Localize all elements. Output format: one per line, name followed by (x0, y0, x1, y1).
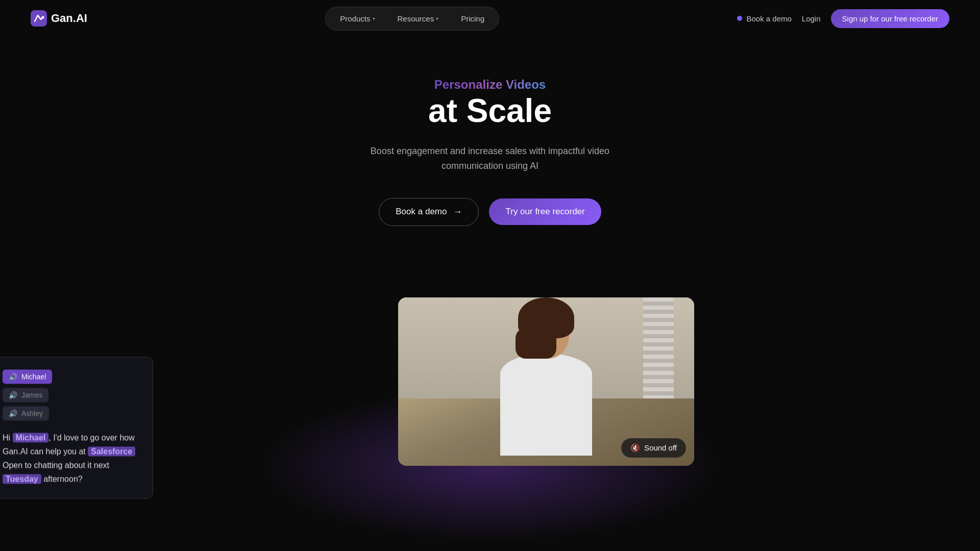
text-end: afternoon? (41, 475, 83, 484)
hero-title-line1: Personalize Videos (0, 78, 980, 92)
navbar: Gan.AI Products ▾ Resources ▾ Pricing Bo… (0, 0, 980, 37)
video-blinds (643, 297, 674, 398)
company-highlight: Salesforce (88, 446, 135, 456)
tab-ashley[interactable]: 🔊 Ashley (3, 406, 49, 420)
personalization-card: 🔊 Michael 🔊 James 🔊 Ashley Hi Michael, I… (0, 357, 153, 499)
resources-label: Resources (398, 14, 434, 23)
book-demo-nav-label: Book a demo (746, 14, 791, 23)
book-demo-button[interactable]: Book a demo → (379, 198, 479, 226)
day-highlight: Tuesday (3, 474, 41, 484)
resources-chevron-icon: ▾ (436, 16, 438, 21)
person-tabs: 🔊 Michael 🔊 James 🔊 Ashley (3, 369, 140, 420)
logo[interactable]: Gan.AI (31, 10, 87, 27)
name-highlight: Michael (13, 433, 49, 442)
arrow-right-icon: → (453, 207, 462, 217)
person-hair (518, 297, 574, 338)
svg-rect-0 (31, 10, 47, 27)
speaker-icon-ashley: 🔊 (9, 409, 17, 417)
person-body (500, 354, 592, 456)
text-before-name: Hi (3, 433, 13, 442)
video-section: 🔊 Michael 🔊 James 🔊 Ashley Hi Michael, I… (0, 297, 980, 502)
sound-off-label: Sound off (644, 443, 677, 452)
try-recorder-button[interactable]: Try our free recorder (489, 198, 601, 225)
nav-resources[interactable]: Resources ▾ (387, 10, 449, 27)
nav-menu: Products ▾ Resources ▾ Pricing (325, 7, 499, 31)
hero-title-line2: at Scale (0, 92, 980, 130)
hero-subtitle: Boost engagement and increase sales with… (0, 144, 980, 173)
logo-text: Gan.AI (51, 12, 87, 25)
pricing-label: Pricing (461, 14, 484, 23)
svg-point-1 (42, 16, 44, 19)
hero-section: Personalize Videos at Scale Boost engage… (0, 37, 980, 297)
tab-james-label: James (21, 391, 42, 399)
tab-michael[interactable]: 🔊 Michael (3, 369, 52, 384)
products-chevron-icon: ▾ (373, 16, 375, 21)
tab-ashley-label: Ashley (21, 409, 43, 417)
book-demo-label: Book a demo (396, 207, 447, 217)
speaker-icon-michael: 🔊 (9, 372, 17, 381)
nav-products[interactable]: Products ▾ (330, 10, 385, 27)
hero-buttons: Book a demo → Try our free recorder (0, 198, 980, 226)
speaker-icon-james: 🔊 (9, 391, 17, 399)
tab-michael-label: Michael (21, 372, 46, 381)
personalization-text: Hi Michael, I'd love to go over how Gan.… (3, 431, 140, 486)
video-person (475, 308, 618, 466)
nav-pricing[interactable]: Pricing (451, 10, 495, 27)
sound-off-icon: 🔇 (630, 443, 640, 453)
book-demo-dot-icon (737, 16, 742, 21)
logo-icon (31, 10, 47, 27)
book-demo-nav-button[interactable]: Book a demo (737, 14, 791, 23)
hero-title-highlight: Personalize Videos (434, 78, 546, 92)
nav-right: Book a demo Login Sign up for our free r… (737, 9, 949, 28)
products-label: Products (340, 14, 370, 23)
login-button[interactable]: Login (802, 14, 821, 23)
sound-off-button[interactable]: 🔇 Sound off (621, 438, 686, 458)
text-after-company: Open to chatting about it next (3, 461, 109, 469)
signup-button[interactable]: Sign up for our free recorder (831, 9, 949, 28)
tab-james[interactable]: 🔊 James (3, 388, 48, 402)
person-head (523, 308, 569, 359)
video-player[interactable]: 🔇 Sound off (398, 297, 694, 466)
